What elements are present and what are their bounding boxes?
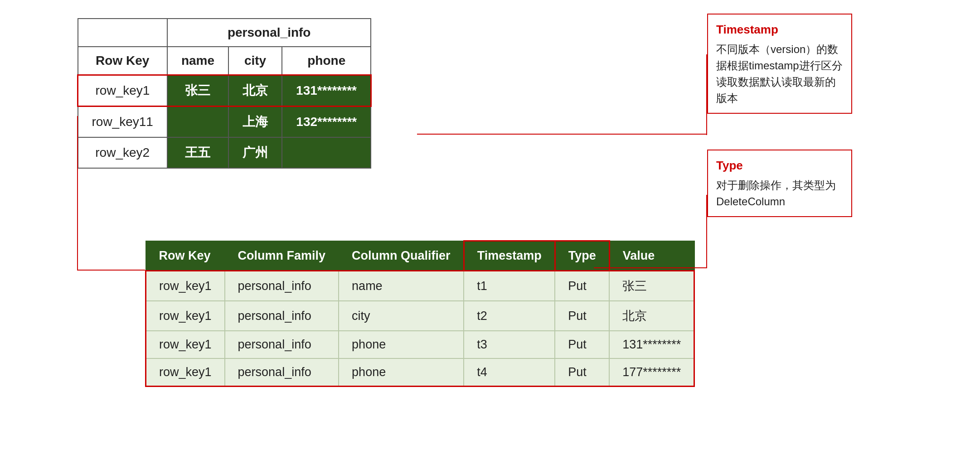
top-table-rowkey1: row_key1 (78, 75, 167, 106)
bottom-col-family: Column Family (225, 241, 339, 271)
timestamp-body: 不同版本（version）的数据根据timestamp进行区分读取数据默认读取最… (716, 43, 843, 104)
top-table-row2-city: 上海 (228, 106, 282, 138)
b-row4-value: 177******** (609, 358, 694, 387)
connector-storefile-v (77, 116, 78, 270)
b-row4-ts: t4 (464, 358, 555, 387)
b-row3-ts: t3 (464, 331, 555, 358)
b-row4-type: Put (555, 358, 609, 387)
type-body: 对于删除操作，其类型为DeleteColumn (716, 179, 836, 208)
b-row1-type: Put (555, 271, 609, 301)
b-row3-key: row_key1 (146, 331, 225, 358)
top-table-col-city: city (228, 47, 282, 75)
connector-h-type (594, 267, 707, 268)
b-row1-qualifier: name (339, 271, 464, 301)
type-annotation: Type 对于删除操作，其类型为DeleteColumn (707, 150, 852, 217)
b-row3-value: 131******** (609, 331, 694, 358)
b-row2-value: 北京 (609, 301, 694, 331)
top-table-rowkey2: row_key2 (78, 137, 167, 168)
table-row: row_key1 personal_info name t1 Put 张三 (146, 271, 694, 301)
table-row: row_key11 上海 132******** (78, 106, 371, 138)
table-row: row_key1 personal_info phone t4 Put 177*… (146, 358, 694, 387)
top-table-row1-phone: 131******** (282, 75, 371, 106)
bottom-col-rowkey: Row Key (146, 241, 225, 271)
connector-storefile-h (77, 270, 145, 271)
bottom-col-value: Value (609, 241, 694, 271)
top-table-col-phone: phone (282, 47, 371, 75)
table-row: row_key1 personal_info phone t3 Put 131*… (146, 331, 694, 358)
bottom-col-qualifier: Column Qualifier (339, 241, 464, 271)
top-table: personal_info Row Key name city phone ro… (77, 18, 372, 169)
b-row2-family: personal_info (225, 301, 339, 331)
connector-v-type (706, 195, 707, 267)
b-row2-type: Put (555, 301, 609, 331)
b-row1-key: row_key1 (146, 271, 225, 301)
timestamp-title: Timestamp (716, 21, 843, 39)
top-table-col-rowkey: Row Key (78, 47, 167, 75)
b-row1-value: 张三 (609, 271, 694, 301)
top-table-rowkey11: row_key11 (78, 106, 167, 138)
bottom-table: Row Key Column Family Column Qualifier T… (145, 240, 695, 387)
b-row1-ts: t1 (464, 271, 555, 301)
bottom-table-section: Row Key Column Family Column Qualifier T… (145, 240, 695, 387)
table-row: row_key1 张三 北京 131******** (78, 75, 371, 106)
b-row3-qualifier: phone (339, 331, 464, 358)
timestamp-annotation: Timestamp 不同版本（version）的数据根据timestamp进行区… (707, 14, 852, 114)
top-table-empty-corner (78, 19, 167, 47)
b-row2-key: row_key1 (146, 301, 225, 331)
top-table-family-header: personal_info (167, 19, 371, 47)
top-table-row2-name (167, 106, 228, 138)
b-row2-ts: t2 (464, 301, 555, 331)
table-row: row_key1 personal_info city t2 Put 北京 (146, 301, 694, 331)
b-row2-qualifier: city (339, 301, 464, 331)
top-table-row1-city: 北京 (228, 75, 282, 106)
b-row4-qualifier: phone (339, 358, 464, 387)
connector-line-ts (417, 134, 707, 135)
top-table-row2-phone: 132******** (282, 106, 371, 138)
b-row4-family: personal_info (225, 358, 339, 387)
b-row1-family: personal_info (225, 271, 339, 301)
top-table-col-name: name (167, 47, 228, 75)
b-row3-type: Put (555, 331, 609, 358)
top-table-row3-city: 广州 (228, 137, 282, 168)
bottom-col-type: Type (555, 241, 609, 271)
b-row3-family: personal_info (225, 331, 339, 358)
top-table-row1-name: 张三 (167, 75, 228, 106)
table-row: row_key2 王五 广州 (78, 137, 371, 168)
top-table-row3-phone (282, 137, 371, 168)
top-table-row3-name: 王五 (167, 137, 228, 168)
type-title: Type (716, 157, 843, 174)
top-table-section: personal_info Row Key name city phone ro… (77, 18, 372, 169)
connector-v-ts (706, 54, 707, 135)
bottom-col-timestamp: Timestamp (464, 241, 555, 271)
b-row4-key: row_key1 (146, 358, 225, 387)
